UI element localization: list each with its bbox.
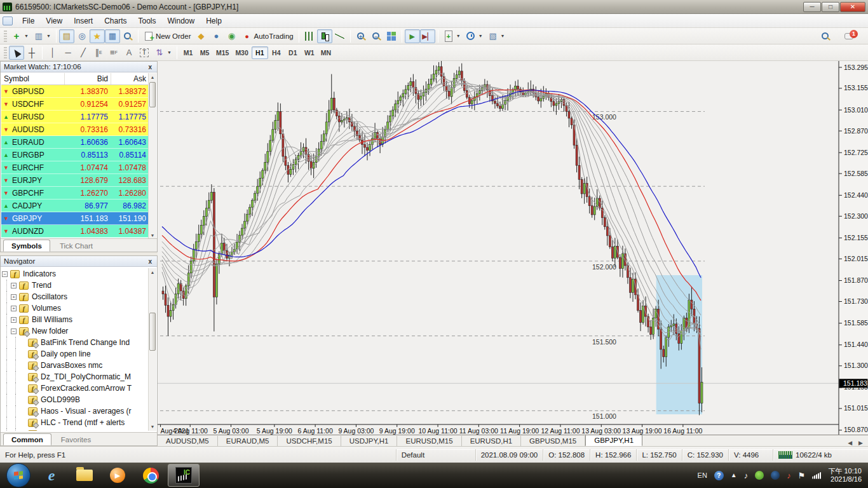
data-window-toggle[interactable]: ◎ bbox=[74, 29, 90, 43]
status-profile[interactable]: Default bbox=[396, 449, 475, 461]
market-watch-row[interactable]: ▼AUDNZD1.043831.04387 bbox=[1, 225, 149, 238]
taskbar-ie-icon[interactable]: e bbox=[36, 464, 67, 487]
taskbar-mt4-icon[interactable]: IC bbox=[168, 464, 200, 487]
arrows-tool[interactable]: ⇅▼ bbox=[152, 46, 174, 60]
toolbar-grip[interactable] bbox=[4, 30, 7, 42]
market-watch-toggle[interactable]: ▤ bbox=[59, 29, 74, 43]
market-watch-scrollbar[interactable]: ▲ ▼ bbox=[148, 73, 156, 240]
navigator-item[interactable]: +fOscillators bbox=[2, 291, 149, 302]
tab-scroll-right-icon[interactable]: ▶ bbox=[858, 440, 863, 446]
timeframe-m5[interactable]: M5 bbox=[196, 46, 213, 59]
trendline-tool[interactable]: ╱ bbox=[76, 46, 91, 60]
market-watch-row[interactable]: ▼EURJPY128.679128.683 bbox=[1, 174, 149, 187]
navigator-close-icon[interactable]: x bbox=[146, 258, 154, 265]
tab-scroll-left-icon[interactable]: ◀ bbox=[848, 440, 852, 446]
market-watch-row[interactable]: ▼AUDUSD0.733160.73316 bbox=[1, 123, 149, 136]
market-watch-row[interactable]: ▲EURAUD1.606361.60643 bbox=[1, 136, 149, 149]
fibonacci-tool[interactable]: ≡F bbox=[106, 46, 121, 60]
menu-window[interactable]: Window bbox=[162, 15, 201, 27]
column-symbol[interactable]: Symbol bbox=[1, 73, 65, 85]
navigator-item[interactable]: fDaily open line bbox=[2, 348, 149, 360]
mql5-community-button[interactable]: ● bbox=[208, 29, 224, 43]
chart-tab-audusd-m5[interactable]: AUDUSD,M5 bbox=[158, 436, 218, 446]
new-order-button[interactable]: New Order bbox=[141, 29, 194, 43]
volume-icon[interactable]: ♪ bbox=[744, 471, 749, 480]
timeframe-m30[interactable]: M30 bbox=[232, 46, 251, 59]
chart-shift-toggle[interactable]: ▶▏ bbox=[420, 29, 435, 43]
scroll-up-icon[interactable]: ▲ bbox=[149, 268, 156, 276]
chart-tab-euraud-m5[interactable]: EURAUD,M5 bbox=[218, 436, 278, 446]
strategy-tester-toggle[interactable] bbox=[120, 29, 135, 43]
navigator-item[interactable]: fHaos - Visual - averages (r bbox=[2, 405, 149, 417]
expand-icon[interactable]: + bbox=[11, 283, 17, 288]
vertical-line-tool[interactable]: │ bbox=[45, 46, 60, 60]
templates-button[interactable]: ▧▼ bbox=[485, 29, 508, 43]
terminal-toggle[interactable]: ▦ bbox=[105, 29, 120, 43]
chart-plot[interactable]: 153.000152.000151.500151.000153.295153.1… bbox=[158, 61, 868, 435]
search-button[interactable] bbox=[817, 29, 832, 43]
navigator-scrollbar[interactable]: ▲ ▼ bbox=[148, 268, 156, 431]
market-watch-row[interactable]: ▼USDCHF0.912540.91257 bbox=[1, 98, 149, 111]
tray-expander-icon[interactable]: ▲ bbox=[731, 472, 737, 478]
menu-help[interactable]: Help bbox=[200, 15, 227, 27]
signals-button[interactable]: ◉ bbox=[224, 29, 239, 43]
chart-tab-usdchf-m15[interactable]: USDCHF,M15 bbox=[278, 436, 341, 446]
market-watch-row[interactable]: ▲EURUSD1.177751.17775 bbox=[1, 111, 149, 123]
candlestick-chart-button[interactable] bbox=[317, 29, 332, 43]
navigator-item[interactable]: fDz_TDI_PolyChormatic_M bbox=[2, 371, 149, 383]
taskbar-media-player-icon[interactable]: ▶ bbox=[102, 464, 133, 487]
timeframe-d1[interactable]: D1 bbox=[285, 46, 301, 59]
equidistant-channel-tool[interactable]: ∥E bbox=[91, 46, 106, 60]
nvidia-icon[interactable] bbox=[755, 471, 764, 480]
market-watch-tab-symbols[interactable]: Symbols bbox=[3, 240, 50, 252]
zoom-in-button[interactable]: + bbox=[353, 29, 369, 43]
new-chart-button[interactable]: +▼ bbox=[9, 29, 31, 43]
navigator-item[interactable]: fGOLD999B bbox=[2, 394, 149, 405]
collapse-icon[interactable]: − bbox=[11, 329, 17, 334]
start-button[interactable] bbox=[6, 463, 31, 487]
profiles-button[interactable]: ▥▼ bbox=[31, 29, 53, 43]
language-indicator[interactable]: EN bbox=[698, 471, 707, 479]
chart-tab-eurusd-h1[interactable]: EURUSD,H1 bbox=[462, 436, 521, 446]
navigator-item[interactable]: fBatFink Trend Change Ind bbox=[2, 337, 149, 348]
scroll-thumb[interactable] bbox=[149, 313, 156, 351]
menu-tools[interactable]: Tools bbox=[133, 15, 162, 27]
tray-clock[interactable]: 下午 10:10 2021/8/16 bbox=[828, 467, 862, 484]
indicators-button[interactable]: +▼ bbox=[441, 29, 463, 43]
navigator-toggle[interactable]: ★ bbox=[90, 29, 105, 43]
market-watch-row[interactable]: ▲EURGBP0.851130.85114 bbox=[1, 149, 149, 161]
timeframe-w1[interactable]: W1 bbox=[301, 46, 318, 59]
chart-tab-eurusd-m15[interactable]: EURUSD,M15 bbox=[397, 436, 461, 446]
periods-button[interactable]: ▼ bbox=[463, 29, 485, 43]
navigator-item[interactable]: fDarvasBoxes nmc bbox=[2, 360, 149, 371]
taskbar-chrome-icon[interactable] bbox=[135, 464, 166, 487]
market-watch-close-icon[interactable]: x bbox=[146, 64, 154, 71]
notifications-button[interactable]: 1 bbox=[841, 29, 857, 43]
navigator-item[interactable]: fPinBar 1440 mtf st2050 v bbox=[2, 428, 149, 431]
line-chart-button[interactable] bbox=[332, 29, 348, 43]
chart-tab-gbpusd-m15[interactable]: GBPUSD,M15 bbox=[521, 436, 585, 446]
expand-icon[interactable]: + bbox=[11, 306, 17, 311]
timeframe-m1[interactable]: M1 bbox=[180, 46, 196, 59]
expand-icon[interactable]: + bbox=[11, 294, 17, 300]
horizontal-line-tool[interactable]: ─ bbox=[60, 46, 76, 60]
navigator-item[interactable]: fForexCracked.comArrow T bbox=[2, 383, 149, 394]
navigator-tab-common[interactable]: Common bbox=[3, 433, 51, 445]
column-ask[interactable]: Ask bbox=[111, 73, 149, 85]
navigator-tab-favorites[interactable]: Favorites bbox=[53, 433, 99, 445]
chart-tab-gbpjpy-h1[interactable]: GBPJPY,H1 bbox=[585, 435, 642, 446]
text-label-tool[interactable]: T bbox=[137, 46, 152, 60]
help-tray-icon[interactable]: ? bbox=[714, 471, 724, 480]
dropdown-arrow-icon[interactable]: ▼ bbox=[167, 50, 172, 55]
market-watch-tab-tick-chart[interactable]: Tick Chart bbox=[51, 240, 101, 252]
navigator-item[interactable]: −fNew folder bbox=[2, 325, 149, 337]
metaeditor-button[interactable]: ◆ bbox=[193, 29, 208, 43]
taskbar-explorer-icon[interactable] bbox=[69, 464, 100, 487]
dropdown-arrow-icon[interactable]: ▼ bbox=[46, 34, 51, 38]
toolbar-grip[interactable] bbox=[4, 47, 7, 58]
close-button[interactable]: ✕ bbox=[840, 2, 865, 12]
navigator-item[interactable]: +fVolumes bbox=[2, 302, 149, 314]
minimize-button[interactable]: ─ bbox=[803, 2, 821, 12]
timeframe-h1[interactable]: H1 bbox=[252, 46, 268, 59]
tile-windows-button[interactable] bbox=[384, 29, 399, 43]
